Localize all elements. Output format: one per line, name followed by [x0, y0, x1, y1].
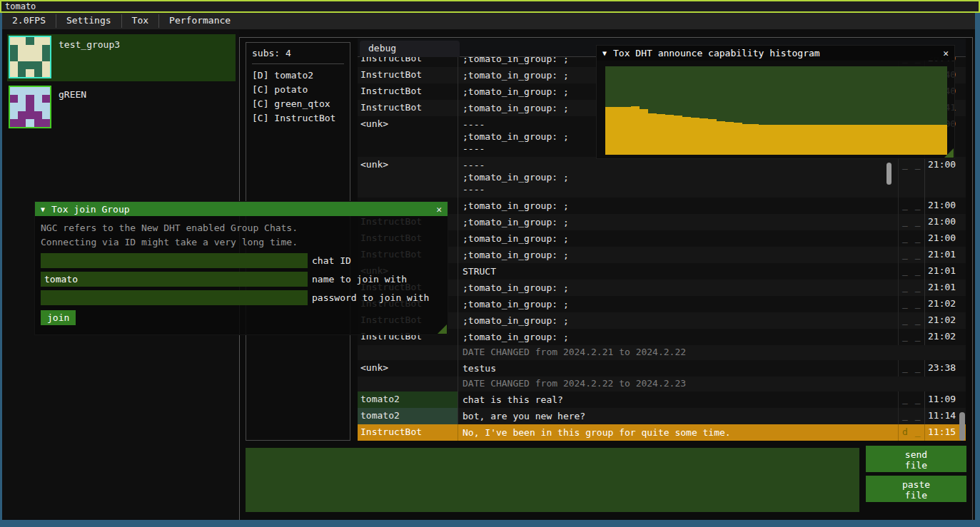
chat-scrollbar-grabber[interactable] [886, 163, 891, 185]
chat-row-flags: _ _ [898, 247, 924, 263]
chat-row[interactable]: InstructBot;tomato_in_group: ;_ _21:00 [358, 198, 966, 214]
avatar-pixel [42, 45, 50, 53]
dht-histogram-titlebar[interactable]: ▼ Tox DHT announce capability histogram … [597, 46, 954, 61]
chat-row[interactable]: <unk>STRUCT_ _21:01 [358, 263, 966, 280]
send-file-button[interactable]: send file [866, 446, 966, 472]
menu-item-performance[interactable]: Performance [159, 13, 241, 29]
window-frame-right [975, 13, 980, 521]
group-item-test_group3[interactable]: test_group3 [7, 34, 236, 81]
message-input[interactable] [246, 448, 859, 512]
histogram-bar [870, 125, 879, 155]
close-icon[interactable]: ✕ [436, 204, 442, 215]
member-item[interactable]: [C] potato [252, 83, 344, 97]
chat-row[interactable]: InstructBot;tomato_in_group: ;_ _21:02 [358, 296, 966, 312]
avatar-pixel [34, 53, 42, 61]
chat-row-flags: _ _ [898, 280, 924, 296]
chat-row[interactable]: <unk>---- ;tomato_in_group: ; ----_ _21:… [358, 157, 966, 198]
histogram-bar [691, 118, 699, 155]
group-avatar [9, 36, 51, 78]
resize-grip-icon[interactable] [438, 324, 447, 334]
window-scrollbar-grabber[interactable] [959, 412, 965, 441]
chat-row-message: bot, are you new here? [458, 408, 898, 424]
chat-row-message: STRUCT [458, 263, 898, 280]
histogram-bar [836, 125, 844, 155]
histogram-bar [648, 113, 657, 155]
chat-row[interactable]: tomato2chat is this real?_ _11:09 [358, 392, 966, 408]
resize-grip-icon[interactable] [944, 148, 954, 158]
join-group-titlebar[interactable]: ▼ Tox join Group ✕ [35, 202, 448, 216]
avatar-pixel [10, 119, 18, 127]
chat-row-message: ;tomato_in_group: ; [458, 247, 898, 263]
chat-row[interactable]: InstructBot;tomato_in_group: ;_ _21:00 [358, 230, 966, 247]
member-item[interactable]: [C] InstructBot [252, 111, 344, 126]
chat-row-time: 21:01 [924, 263, 966, 280]
avatar-pixel [26, 95, 34, 103]
menu-item-tox[interactable]: Tox [122, 13, 158, 29]
chat-row[interactable]: InstructBot;tomato_in_group: ;_ _21:02 [358, 312, 966, 329]
window-titlebar[interactable]: tomato [0, 0, 980, 13]
close-icon[interactable]: ✕ [943, 48, 949, 58]
chat-row[interactable]: InstructBotNo, I've been in this group f… [358, 424, 966, 441]
chat-row-time: 21:00 [924, 198, 966, 214]
chat-row[interactable]: InstructBot;tomato_in_group: ;_ _21:00 [358, 214, 966, 230]
paste-file-button[interactable]: paste file [866, 476, 966, 502]
histogram-bar [844, 125, 853, 155]
histogram-bar [776, 125, 784, 155]
member-list: [D] tomato2[C] potato[C] green_qtox[C] I… [252, 68, 344, 126]
histogram-bar [682, 117, 691, 155]
histogram-bar [793, 125, 802, 155]
chat-row-time: 21:02 [924, 296, 966, 312]
menu-item-2-0fps[interactable]: 2.0FPS [2, 13, 56, 29]
join-input-name-to-join-with[interactable] [41, 272, 308, 287]
chat-row-flags: _ _ [898, 263, 924, 280]
join-group-fields: chat IDname to join withpassword to join… [41, 253, 442, 305]
window-frame-left [0, 13, 2, 521]
avatar-pixel [42, 111, 50, 119]
chat-row-flags: _ _ [898, 312, 924, 329]
tab-debug[interactable]: debug [360, 41, 460, 57]
chat-row-flags: _ _ [898, 230, 924, 247]
chat-row[interactable]: tomato2bot, are you new here?_ _11:14 [358, 408, 966, 424]
join-group-window: ▼ Tox join Group ✕ NGC refers to the New… [34, 201, 448, 335]
avatar-pixel [26, 87, 34, 95]
avatar-pixel [42, 103, 50, 111]
avatar-pixel [10, 103, 18, 111]
avatar-pixel [10, 45, 18, 53]
chat-row-name: InstructBot [358, 424, 458, 441]
group-item-gREEN[interactable]: gREEN [7, 84, 236, 130]
chat-row[interactable]: <unk>testus_ _23:38 [358, 360, 966, 377]
join-field-row: password to join with [41, 290, 442, 305]
collapse-icon[interactable]: ▼ [41, 205, 45, 213]
histogram-bar [784, 125, 793, 155]
join-group-title: Tox join Group [51, 204, 130, 215]
avatar-pixel [18, 61, 26, 69]
chat-row[interactable]: InstructBot;tomato_in_group: ;_ _21:01 [358, 280, 966, 296]
histogram-bar [904, 125, 913, 155]
join-input-password-to-join-with[interactable] [41, 290, 308, 305]
avatar-pixel [18, 69, 26, 77]
menu-item-settings[interactable]: Settings [56, 13, 121, 29]
chat-row-time: 21:01 [924, 280, 966, 296]
chat-row[interactable]: InstructBot;tomato_in_group: ;_ _21:02 [358, 329, 966, 345]
avatar-pixel [26, 45, 34, 53]
chat-row-message: ;tomato_in_group: ; [458, 312, 898, 329]
avatar-pixel [42, 119, 50, 127]
chat-row[interactable]: InstructBot;tomato_in_group: ;_ _21:01 [358, 247, 966, 263]
histogram-bar [802, 125, 810, 155]
join-button[interactable]: join [41, 310, 76, 325]
avatar-pixel [26, 119, 34, 127]
avatar-pixel [34, 37, 42, 45]
histogram-bar [913, 125, 921, 155]
join-group-desc-line2: Connecting via ID might take a very long… [41, 235, 442, 250]
chat-row-name: InstructBot [358, 67, 458, 83]
member-item[interactable]: [D] tomato2 [252, 68, 344, 83]
avatar-pixel [26, 103, 34, 111]
member-item[interactable]: [C] green_qtox [252, 97, 344, 111]
histogram-bar [827, 125, 836, 155]
collapse-icon[interactable]: ▼ [602, 49, 607, 57]
window-frame-bottom [0, 520, 980, 527]
avatar-pixel [18, 53, 26, 61]
join-input-chat-id[interactable] [41, 253, 308, 268]
avatar-pixel [42, 87, 50, 95]
join-field-label: password to join with [312, 292, 429, 303]
